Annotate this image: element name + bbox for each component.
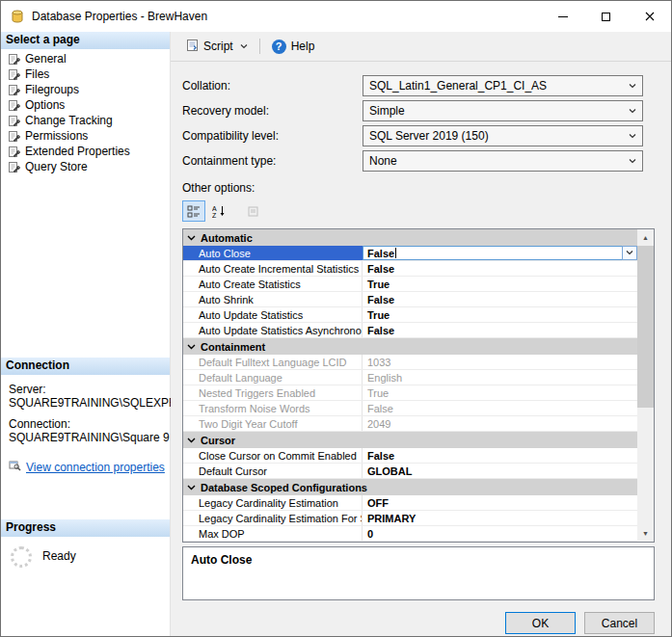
property-name[interactable]: Close Cursor on Commit Enabled — [183, 448, 363, 463]
script-button[interactable]: Script — [180, 36, 254, 58]
property-name[interactable]: Default Language — [183, 370, 363, 385]
property-row[interactable]: Default CursorGLOBAL — [183, 464, 637, 479]
property-value[interactable]: English — [363, 370, 637, 385]
chevron-down-icon — [629, 84, 642, 89]
server-value: SQUARE9TRAINING\SQLEXPRE — [9, 396, 170, 410]
property-name[interactable]: Default Cursor — [183, 464, 363, 478]
script-dropdown-arrow-icon[interactable] — [240, 44, 248, 49]
property-name[interactable]: Auto Create Statistics — [183, 277, 363, 291]
page-tool-icon — [8, 53, 20, 66]
property-row[interactable]: Auto ShrinkFalse — [183, 292, 637, 307]
sidebar-item-query-store[interactable]: Query Store — [1, 159, 170, 174]
view-connection-properties-link[interactable]: View connection properties — [26, 461, 165, 474]
property-value[interactable]: True — [363, 277, 637, 291]
property-value[interactable]: False — [363, 401, 637, 415]
containment-type-dropdown[interactable]: None — [363, 150, 643, 172]
sidebar-item-general[interactable]: General — [1, 51, 170, 66]
property-name[interactable]: Default Fulltext Language LCID — [183, 355, 363, 369]
property-row[interactable]: Auto Create Incremental StatisticsFalse — [183, 261, 637, 277]
sidebar-item-files[interactable]: Files — [1, 66, 170, 82]
property-row[interactable]: Legacy Cardinality Estimation For Second… — [183, 511, 637, 526]
property-name[interactable]: Two Digit Year Cutoff — [183, 416, 363, 431]
grid-scrollbar[interactable]: ▲ ▼ — [637, 229, 654, 542]
property-name[interactable]: Auto Update Statistics — [183, 307, 363, 322]
value-edit-text[interactable]: False — [367, 248, 394, 259]
collation-dropdown[interactable]: SQL_Latin1_General_CP1_CI_AS — [363, 75, 643, 96]
category-header-automatic[interactable]: Automatic — [183, 229, 637, 246]
property-row[interactable]: Auto Update StatisticsTrue — [183, 307, 637, 323]
page-tool-icon — [8, 161, 20, 173]
property-value[interactable]: GLOBAL — [363, 464, 637, 478]
collapse-chevron-icon[interactable] — [187, 235, 196, 241]
maximize-button[interactable] — [584, 1, 628, 32]
property-value[interactable]: False — [363, 246, 637, 260]
recovery-model-label: Recovery model: — [182, 104, 363, 118]
sidebar-item-permissions[interactable]: Permissions — [1, 128, 170, 144]
value-dropdown-button[interactable] — [622, 246, 637, 260]
collapse-chevron-icon[interactable] — [187, 485, 196, 491]
help-button[interactable]: ? Help — [266, 37, 321, 57]
titlebar: Database Properties - BrewHaven — [1, 1, 671, 32]
category-header-cursor[interactable]: Cursor — [183, 432, 637, 448]
property-value[interactable]: PRIMARY — [363, 511, 637, 525]
property-row[interactable]: Transform Noise WordsFalse — [183, 401, 637, 416]
page-list: GeneralFilesFilegroupsOptionsChange Trac… — [1, 49, 170, 358]
property-value[interactable]: False — [363, 261, 637, 276]
sidebar-item-extended-properties[interactable]: Extended Properties — [1, 144, 170, 159]
cancel-button[interactable]: Cancel — [584, 612, 655, 634]
property-grid: AutomaticAuto CloseFalseAuto Create Incr… — [182, 228, 655, 543]
property-row[interactable]: Default LanguageEnglish — [183, 370, 637, 385]
recovery-model-value: Simple — [369, 104, 405, 118]
sidebar-item-label: Files — [25, 67, 49, 81]
category-header-database-scoped-configurations[interactable]: Database Scoped Configurations — [183, 479, 637, 495]
property-value[interactable]: False — [363, 448, 637, 463]
property-name[interactable]: Auto Close — [183, 246, 363, 260]
category-name: Cursor — [201, 435, 235, 446]
property-value[interactable]: 2049 — [363, 416, 637, 431]
minimize-button[interactable] — [541, 1, 584, 32]
category-header-containment[interactable]: Containment — [183, 338, 637, 355]
property-value[interactable]: 1033 — [363, 355, 637, 369]
property-row[interactable]: Auto Update Statistics AsynchronouslyFal… — [183, 323, 637, 338]
compatibility-level-label: Compatibility level: — [182, 129, 363, 143]
property-value[interactable]: False — [363, 292, 637, 306]
property-value[interactable]: True — [363, 307, 637, 322]
property-value[interactable]: True — [363, 385, 637, 400]
sidebar-item-change-tracking[interactable]: Change Tracking — [1, 113, 170, 128]
property-row[interactable]: Legacy Cardinality EstimationOFF — [183, 495, 637, 511]
property-row[interactable]: Auto CloseFalse — [183, 246, 637, 261]
scroll-up-arrow[interactable]: ▲ — [637, 229, 654, 246]
sidebar-item-label: Change Tracking — [25, 114, 113, 127]
collation-value: SQL_Latin1_General_CP1_CI_AS — [369, 79, 547, 93]
property-name[interactable]: Max DOP — [183, 526, 363, 541]
recovery-model-dropdown[interactable]: Simple — [363, 100, 643, 121]
property-name[interactable]: Auto Shrink — [183, 292, 363, 306]
property-row[interactable]: Auto Create StatisticsTrue — [183, 277, 637, 292]
property-name[interactable]: Legacy Cardinality Estimation — [183, 495, 363, 510]
property-name[interactable]: Auto Create Incremental Statistics — [183, 261, 363, 276]
compatibility-level-value: SQL Server 2019 (150) — [369, 129, 489, 143]
alphabetical-button[interactable]: AZ — [207, 200, 230, 222]
property-value[interactable]: OFF — [363, 495, 637, 510]
close-button[interactable] — [628, 1, 671, 32]
property-value[interactable]: 0 — [363, 526, 637, 541]
ok-button[interactable]: OK — [505, 612, 576, 634]
sidebar-item-filegroups[interactable]: Filegroups — [1, 82, 170, 97]
categorized-button[interactable] — [182, 200, 205, 222]
property-row[interactable]: Default Fulltext Language LCID1033 — [183, 355, 637, 370]
collapse-chevron-icon[interactable] — [187, 344, 196, 350]
property-row[interactable]: Close Cursor on Commit EnabledFalse — [183, 448, 637, 464]
sidebar-item-options[interactable]: Options — [1, 97, 170, 113]
scrollbar-thumb[interactable] — [637, 246, 654, 408]
property-row[interactable]: Two Digit Year Cutoff2049 — [183, 416, 637, 432]
property-name[interactable]: Transform Noise Words — [183, 401, 363, 415]
property-value[interactable]: False — [363, 323, 637, 337]
property-row[interactable]: Max DOP0 — [183, 526, 637, 542]
collapse-chevron-icon[interactable] — [187, 438, 196, 443]
property-name[interactable]: Auto Update Statistics Asynchronously — [183, 323, 363, 337]
scroll-down-arrow[interactable]: ▼ — [637, 525, 654, 542]
property-row[interactable]: Nested Triggers EnabledTrue — [183, 385, 637, 401]
compatibility-level-dropdown[interactable]: SQL Server 2019 (150) — [363, 125, 643, 146]
property-name[interactable]: Legacy Cardinality Estimation For Second… — [183, 511, 363, 525]
property-name[interactable]: Nested Triggers Enabled — [183, 385, 363, 400]
